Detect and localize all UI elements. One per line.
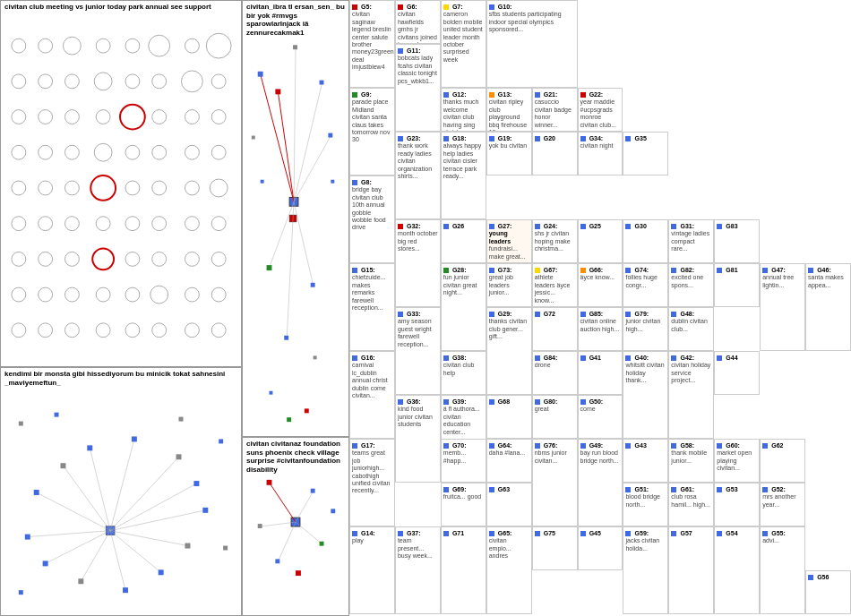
cell-marker-g7 (443, 4, 449, 10)
grid-cell-g31: G31: vintage ladies compact rare... (668, 219, 714, 263)
grid-cell-g21: G21: casuccio civitan badge honor winner… (532, 88, 578, 132)
cell-marker-g85 (580, 312, 586, 317)
svg-point-65 (39, 323, 53, 338)
grid-cell-g45: G45 (578, 526, 623, 570)
grid-cell-g85: G85: civitan online auction high... (578, 307, 623, 351)
grid-cell-g51: G51: blood bridge north... (623, 483, 668, 526)
grid-cell-g12: G12: thanks much welcome civitan club ha… (441, 88, 486, 132)
cell-marker-g15 (352, 268, 357, 273)
cell-marker-g68 (489, 399, 494, 405)
grid-cell-g71: G71 (441, 526, 486, 614)
svg-rect-103 (223, 546, 228, 551)
svg-point-43 (96, 217, 110, 231)
svg-line-78 (110, 483, 196, 531)
cell-marker-g43 (625, 443, 631, 449)
svg-point-46 (185, 217, 199, 231)
cell-marker-g31 (671, 224, 676, 229)
svg-line-110 (294, 83, 322, 202)
cell-marker-g65 (489, 531, 494, 536)
grid-area: G5: civitan saginaw legend breslin cente… (349, 0, 851, 616)
cell-marker-g57 (671, 531, 676, 536)
grid-cell-g66: G66: äyce know... (578, 263, 623, 307)
grid-cell-g13: G13: civitan ripley club playground bbq … (486, 88, 532, 132)
cell-marker-g8 (352, 180, 357, 185)
svg-point-13 (152, 74, 167, 89)
svg-rect-94 (159, 569, 164, 575)
svg-rect-139 (275, 559, 279, 563)
svg-line-81 (110, 531, 161, 573)
svg-point-56 (12, 287, 26, 302)
cell-marker-g49 (580, 443, 586, 449)
svg-point-17 (39, 110, 53, 124)
grid-cell-g64: G64: daha #lana... (486, 439, 532, 483)
grid-cell-g46: G46: santa makes appea... (805, 263, 851, 351)
svg-line-131 (270, 483, 297, 522)
grid-cell-g25: G25 (578, 219, 623, 263)
grid-cell-g27: G27: young leaders fundraisi... make gre… (486, 219, 532, 263)
panel-g4: civitan civitanaz foundation suns phoeni… (242, 437, 349, 616)
grid-cell-g33: G33: amy season guest wright farewell re… (395, 307, 441, 395)
svg-point-33 (39, 181, 53, 195)
cell-marker-g83 (717, 224, 722, 229)
cell-marker-g12 (443, 92, 449, 98)
svg-rect-88 (87, 445, 92, 450)
svg-rect-90 (176, 454, 182, 459)
grid-cell-g58: G58: thank mobile junior... (668, 439, 714, 483)
svg-point-15 (211, 74, 226, 89)
grid-cell-g84: G84: drone (532, 351, 578, 395)
cell-marker-g48 (671, 312, 676, 317)
grid-cell-g49: G49: bay run blood bridge north... (578, 439, 623, 526)
grid-cell-g40: G40: whitsitt civitan holiday thank... (623, 351, 668, 439)
cell-marker-g20 (535, 136, 540, 141)
svg-point-54 (185, 252, 199, 266)
grid-cell-g5: G5: civitan saginaw legend breslin cente… (349, 0, 395, 88)
svg-point-32 (12, 181, 26, 195)
cell-marker-g64 (489, 443, 494, 449)
svg-point-58 (64, 287, 79, 302)
grid-cell-g68: G68 (486, 395, 532, 439)
cell-marker-g26 (443, 224, 449, 229)
svg-rect-124 (331, 180, 334, 184)
panel-g4-title: civitan civitanaz foundation suns phoeni… (246, 440, 347, 474)
svg-point-63 (211, 287, 226, 302)
cell-marker-g41 (580, 355, 586, 361)
svg-rect-118 (320, 81, 324, 85)
cell-marker-g63 (489, 487, 494, 492)
cell-marker-g5 (352, 4, 357, 10)
svg-line-133 (296, 522, 322, 544)
grid-cell-g81: G81 (714, 263, 760, 307)
cell-marker-g19 (489, 136, 494, 141)
svg-point-59 (96, 287, 110, 302)
svg-point-37 (152, 181, 167, 195)
cell-marker-g16 (352, 355, 357, 361)
svg-line-76 (110, 439, 134, 530)
svg-point-9 (39, 74, 53, 89)
cell-marker-g32 (398, 224, 403, 229)
grid-cell-g16: G16: carnival lc_dublin annual christ du… (349, 351, 395, 439)
cell-marker-g27 (489, 224, 494, 229)
grid-cell-g72: G72 (532, 307, 578, 351)
svg-rect-140 (258, 524, 262, 528)
panel-g1-title: civitan club meeting vs junior today par… (4, 3, 211, 12)
svg-rect-115 (258, 72, 263, 77)
cell-marker-g42 (671, 355, 676, 361)
svg-rect-93 (185, 543, 190, 549)
svg-point-49 (39, 252, 53, 266)
svg-point-26 (64, 145, 79, 159)
cell-marker-g46 (808, 268, 813, 273)
grid-cell-g48: G48: dublin civitan club... (668, 307, 714, 351)
cell-marker-g30 (625, 224, 631, 229)
cell-marker-g39 (443, 399, 449, 405)
svg-point-39 (210, 179, 228, 197)
grid-cell-g50: G50: come (578, 395, 623, 439)
grid-cell-g11: G11: bobcats lady fcahs civitan classic … (395, 44, 441, 132)
grid-cell-g53: G53 (714, 483, 760, 526)
svg-rect-120 (267, 265, 272, 270)
svg-rect-100 (55, 413, 59, 417)
svg-line-113 (294, 201, 314, 285)
grid-cell-g32: G32: month october big red stores... (395, 219, 441, 307)
grid-cell-g54: G54 (714, 526, 760, 614)
grid-cell-g7: G7: cameron bolden mobile united student… (441, 0, 486, 88)
cell-marker-g37 (398, 531, 403, 536)
svg-point-19 (96, 110, 110, 124)
